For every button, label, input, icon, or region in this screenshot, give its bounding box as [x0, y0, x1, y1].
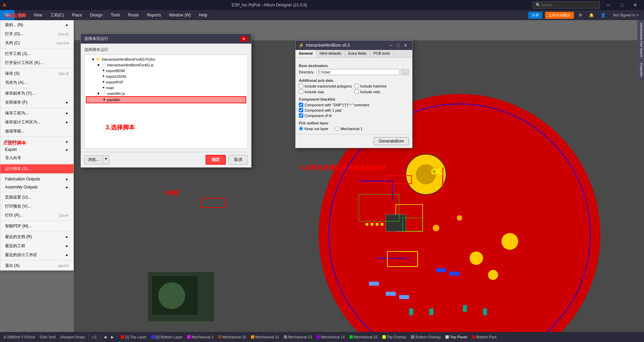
- fm-recent-docs[interactable]: 最近的文档 (R) ►: [0, 232, 73, 241]
- layer-bottom-overlay[interactable]: Bottom Overlay: [410, 335, 442, 339]
- fm-run-script[interactable]: 运行脚本 (S)...: [0, 164, 73, 173]
- manufacturer-panel-tab[interactable]: Manufacturer Part Search: [637, 20, 644, 60]
- layer-top-overlay[interactable]: Top Overlay: [381, 335, 408, 339]
- fm-print-preview[interactable]: 打印预览 (V)...: [0, 202, 73, 211]
- fm-page-setup[interactable]: 页面设置 (U)...: [0, 193, 73, 202]
- fm-save[interactable]: 保存 (S) Ctrl+S: [0, 69, 73, 78]
- bom-tab-general[interactable]: General: [296, 50, 316, 57]
- menu-window[interactable]: Window (W): [165, 10, 195, 20]
- tracks-checkbox[interactable]: [299, 84, 303, 88]
- share-button[interactable]: 分享: [528, 12, 542, 19]
- fm-open[interactable]: 打开 (O)... Ctrl+O: [0, 30, 73, 39]
- menu-file[interactable]: File: [0, 10, 14, 20]
- properties-panel-tab[interactable]: Properties: [637, 60, 644, 80]
- radio-mechanical1: Mechanical 1: [335, 126, 363, 131]
- fm-new[interactable]: 新的... (N) ►: [0, 20, 73, 30]
- fm-saveas[interactable]: 另存为 (A)...: [0, 78, 73, 87]
- menu-edit[interactable]: Edit: [14, 10, 30, 20]
- browse-button-split[interactable]: 浏览... ▼: [84, 155, 109, 164]
- layer-top[interactable]: [1] Top Layer: [119, 335, 148, 339]
- fm-savecopy[interactable]: 保存副本为 (Y)...: [0, 89, 73, 98]
- tree-leaf-icon-2: ✦: [102, 74, 105, 78]
- fm-fab-outputs[interactable]: Fabrication Outputs ►: [0, 175, 73, 183]
- dnp-checkbox[interactable]: [299, 103, 303, 107]
- fm-exit[interactable]: 退出 (X) Alt+F4: [0, 261, 73, 270]
- fm-import[interactable]: Import ►: [0, 137, 73, 146]
- fm-open-workspace[interactable]: 打开设计工作区 (K)...: [0, 58, 73, 67]
- bom-maximize-button[interactable]: □: [395, 43, 401, 48]
- mechanical1-radio[interactable]: [335, 126, 339, 131]
- th-checkbox[interactable]: [299, 113, 303, 118]
- fm-save-proj-as[interactable]: 保存工程为... ►: [0, 109, 73, 118]
- blacklist-label: Component blacklist: [299, 97, 409, 101]
- not-signed-in[interactable]: Not Signed In >: [610, 13, 641, 17]
- fm-recent-proj[interactable]: 最近的工程 ►: [0, 241, 73, 250]
- browse-arrow-button[interactable]: ▼: [103, 155, 109, 164]
- cancel-button[interactable]: 取消: [228, 155, 248, 165]
- bom-tab-pcb-tools[interactable]: PCB tools: [370, 50, 394, 57]
- bom-tab-html-defaults[interactable]: Html defaults: [316, 50, 345, 57]
- nets-checkbox[interactable]: [355, 90, 359, 94]
- bom-minimize-button[interactable]: ─: [388, 43, 394, 48]
- maximize-button[interactable]: □: [616, 1, 628, 9]
- tree-item-exportjson[interactable]: ✦ exportJSON: [86, 73, 246, 79]
- person-icon[interactable]: 👤: [599, 12, 608, 18]
- fm-import-wizard[interactable]: 导入向导: [0, 154, 73, 163]
- tree-item-exportpnp[interactable]: ✦ exportPnP: [86, 79, 246, 85]
- layer-mech10[interactable]: Mechanical 10: [217, 335, 248, 339]
- bom-close-button[interactable]: ✕: [402, 43, 409, 48]
- buy-button[interactable]: 立即在线购买: [545, 12, 574, 19]
- layer-mech12[interactable]: Mechanical 12: [250, 335, 280, 339]
- layer-bottom[interactable]: [2] Bottom Layer: [150, 335, 184, 339]
- menu-place[interactable]: Place: [68, 10, 86, 20]
- bom-browse-button[interactable]: ...: [401, 69, 409, 75]
- menu-project[interactable]: 工程(C): [46, 10, 68, 20]
- fm-save-ws-as[interactable]: 保存设计工作区为... ►: [0, 118, 73, 127]
- script-dialog-close[interactable]: ✕: [240, 36, 248, 42]
- menu-help[interactable]: Help: [195, 10, 211, 20]
- menu-view[interactable]: View: [30, 10, 46, 20]
- layer-bottom-past[interactable]: Bottom Past: [471, 335, 498, 339]
- tree-item-js[interactable]: ▼ 📄 InteractiveHtmlBomForAD.js: [86, 62, 246, 68]
- search-input[interactable]: [541, 3, 588, 7]
- layer-mech13[interactable]: Mechanical 13: [282, 335, 313, 339]
- search-box[interactable]: 🔍: [533, 1, 600, 9]
- generate-bom-button[interactable]: GenerateBom: [374, 137, 409, 145]
- bell-icon[interactable]: 🔔: [587, 12, 596, 18]
- fm-export[interactable]: Export ►: [0, 146, 73, 154]
- browse-button[interactable]: 浏览...: [84, 155, 103, 164]
- menu-route[interactable]: Route: [124, 10, 143, 20]
- fm-assembly-outputs[interactable]: Assembly Outputs ►: [0, 183, 73, 191]
- menu-reports[interactable]: Reports: [143, 10, 165, 20]
- close-button[interactable]: ✕: [629, 1, 641, 9]
- layer-mech15[interactable]: Mechanical 15: [348, 335, 379, 339]
- nav-next-button[interactable]: ▶: [110, 335, 115, 339]
- fm-open-proj[interactable]: 打开工程 (J)...: [0, 49, 73, 58]
- fm-print[interactable]: 打印 (P)... Ctrl+P: [0, 211, 73, 220]
- menu-design[interactable]: Design: [86, 10, 107, 20]
- tree-item-main[interactable]: ✦ main: [86, 85, 246, 91]
- fm-recent-ws[interactable]: 最近的设计工作区 ►: [0, 250, 73, 260]
- bom-tab-extra-fields[interactable]: Extra fields: [345, 50, 370, 57]
- tree-item-exportbom[interactable]: ✦ exportBOM: [86, 68, 246, 73]
- onepad-checkbox[interactable]: [299, 108, 303, 112]
- nav-prev-button[interactable]: ◀: [102, 335, 108, 339]
- ok-button[interactable]: 确定: [206, 155, 226, 165]
- tree-item-proj[interactable]: ▼ 📁 InteractiveHtmlBomForAD.PrjScr: [86, 56, 246, 62]
- layer-mech14[interactable]: Mechanical 14: [315, 335, 346, 339]
- fm-saveall[interactable]: 全部保存 (F) ►: [0, 98, 73, 107]
- tree-item-startwin[interactable]: ✦ startWin: [86, 96, 246, 103]
- vias-checkbox[interactable]: [299, 90, 303, 94]
- keepout-radio[interactable]: [299, 126, 303, 131]
- fm-zoom[interactable]: 放缩等级...: [0, 127, 73, 136]
- layer-mech1[interactable]: Mechanical 1: [186, 335, 215, 339]
- menu-tools[interactable]: Tools: [107, 10, 124, 20]
- tree-item-mainwin[interactable]: ▼ 📄 mainWin.js: [86, 91, 246, 96]
- fm-close[interactable]: 关闭 (C) Ctrl+F4: [0, 39, 73, 48]
- hatched-checkbox[interactable]: [355, 84, 359, 88]
- settings-icon[interactable]: ⚙: [577, 12, 584, 18]
- layer-top-paste[interactable]: Top Paste: [444, 335, 469, 339]
- minimize-button[interactable]: ─: [602, 1, 614, 9]
- bom-directory-input[interactable]: [316, 69, 400, 75]
- fm-smart-pdf[interactable]: 智能PDF (M)...: [0, 222, 73, 231]
